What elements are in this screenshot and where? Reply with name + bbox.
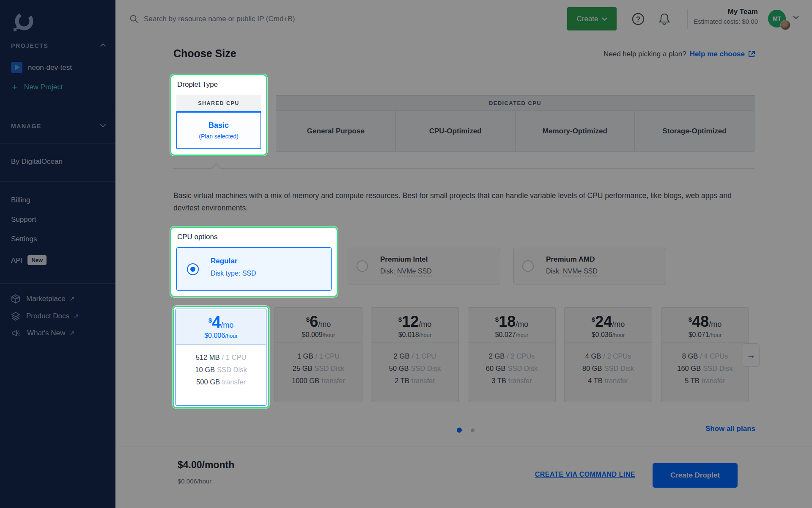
- search-icon: [129, 14, 139, 24]
- external-link-arrow-icon: ↗: [70, 295, 75, 303]
- external-link-icon: [748, 50, 755, 58]
- search-input[interactable]: Search by resource name or public IP (Cm…: [129, 0, 295, 38]
- plan-price: $6/mo $0.009/hour: [275, 308, 362, 342]
- help-me-choose-link[interactable]: Help me choose: [690, 50, 755, 58]
- plan-specs: 8 GB/ 4 CPUs 160 GBSSD Disk 5 TBtransfer: [661, 342, 749, 387]
- team-info[interactable]: My Team Estimated costs: $0.00: [694, 8, 758, 25]
- regular-disk-type: Disk type: SSD: [211, 270, 256, 277]
- sidebar-item-whats-new[interactable]: What's New ↗: [11, 329, 75, 337]
- radio-unselected-icon[interactable]: [357, 260, 368, 272]
- droplet-type-highlight: Droplet Type SHARED CPU Basic (Plan sele…: [170, 74, 267, 156]
- estimated-costs: Estimated costs: $0.00: [694, 18, 758, 25]
- question-mark-icon: ?: [631, 12, 645, 26]
- basic-plan-tab-selected[interactable]: Basic (Plan selected): [176, 111, 261, 149]
- cpu-option-regular-selected[interactable]: Regular Disk type: SSD: [176, 247, 332, 291]
- plus-icon: +: [12, 83, 17, 92]
- tab-general-purpose[interactable]: General Purpose: [276, 111, 396, 151]
- premium-intel-label: Premium Intel: [380, 255, 428, 264]
- sidebar-divider: [0, 144, 115, 144]
- plan-card-6[interactable]: $6/mo $0.009/hour 1 GB/ 1 CPU 25 GBSSD D…: [274, 307, 362, 402]
- plan-specs: 512 MB/ 1 CPU 10 GBSSD Disk 500 GBtransf…: [176, 345, 266, 388]
- help-prefix-text: Need help picking a plan?: [604, 50, 686, 58]
- premium-amd-disk: Disk: NVMe SSD: [546, 268, 598, 275]
- dedicated-cpu-tabs: General Purpose CPU-Optimized Memory-Opt…: [276, 111, 754, 152]
- radio-selected-icon[interactable]: [187, 263, 199, 275]
- cpu-option-premium-amd[interactable]: Premium AMD Disk: NVMe SSD: [513, 248, 666, 284]
- marketplace-label: Marketplace: [26, 295, 66, 303]
- plan-specs: 1 GB/ 1 CPU 25 GBSSD Disk 1000 GBtransfe…: [275, 342, 362, 387]
- help-picking-plan: Need help picking a plan? Help me choose: [604, 50, 755, 58]
- total-monthly-price: $4.00/month: [178, 459, 234, 471]
- bell-icon: [658, 13, 670, 25]
- pagination-dot[interactable]: [471, 428, 475, 432]
- docs-layers-icon: [11, 312, 20, 321]
- create-via-command-line-link[interactable]: CREATE VIA COMMAND LINE: [535, 471, 635, 478]
- digitalocean-create-droplet-page: PROJECTS neon-dev-test + New Project MAN…: [0, 0, 812, 508]
- radio-unselected-icon[interactable]: [522, 260, 534, 272]
- topbar-divider: [687, 9, 688, 29]
- sidebar-divider: [0, 283, 115, 284]
- sidebar-item-marketplace[interactable]: Marketplace ↗: [11, 294, 75, 304]
- project-name-label: neon-dev-test: [28, 64, 72, 72]
- plan-selected-label: (Plan selected): [199, 133, 238, 140]
- projects-collapse-chevron-up-icon[interactable]: [100, 43, 106, 47]
- create-button[interactable]: Create: [567, 7, 617, 30]
- plan-card-18[interactable]: $18/mo $0.027/hour 2 GB/ 2 CPUs 60 GBSSD…: [468, 307, 556, 402]
- plan-price: $12/mo $0.018/hour: [371, 308, 458, 342]
- notifications-button[interactable]: [657, 11, 672, 27]
- manage-section-header[interactable]: MANAGE: [11, 123, 41, 130]
- plan-specs: 4 GB/ 2 CPUs 80 GBSSD Disk 4 TBtransfer: [565, 342, 652, 387]
- dedicated-cpu-header: DEDICATED CPU: [276, 95, 754, 111]
- cpu-options-highlight: CPU options Regular Disk type: SSD: [170, 226, 338, 297]
- right-arrow-icon: →: [747, 350, 756, 360]
- svg-text:?: ?: [636, 15, 640, 23]
- tab-cpu-optimized[interactable]: CPU-Optimized: [396, 111, 516, 151]
- create-droplet-button[interactable]: Create Droplet: [653, 463, 738, 488]
- sidebar-item-support[interactable]: Support: [11, 215, 36, 224]
- next-plans-arrow-button[interactable]: →: [743, 343, 760, 367]
- avatar-initials: MT: [773, 15, 781, 22]
- sidebar-item-product-docs[interactable]: Product Docs ↗: [11, 312, 79, 321]
- plan-specs: 2 GB/ 2 CPUs 60 GBSSD Disk 3 TBtransfer: [468, 342, 555, 387]
- topbar: Search by resource name or public IP (Cm…: [115, 0, 812, 38]
- search-placeholder: Search by resource name or public IP (Cm…: [144, 15, 295, 23]
- premium-intel-disk: Disk: NVMe SSD: [380, 268, 432, 275]
- sidebar-item-api[interactable]: APINew: [11, 255, 47, 265]
- sidebar-item-billing[interactable]: Billing: [11, 196, 30, 204]
- plan-card-4-selected[interactable]: $4/mo $0.006/hour 512 MB/ 1 CPU 10 GBSSD…: [176, 309, 266, 406]
- user-photo-avatar: [780, 20, 790, 30]
- new-badge: New: [27, 255, 47, 265]
- sidebar: PROJECTS neon-dev-test + New Project MAN…: [0, 0, 115, 508]
- plan-price: $18/mo $0.027/hour: [468, 308, 555, 342]
- whats-new-label: What's New: [27, 329, 65, 337]
- section-divider-caret: [211, 163, 221, 173]
- plan-card-12[interactable]: $12/mo $0.018/hour 2 GB/ 1 CPU 50 GBSSD …: [371, 307, 459, 402]
- premium-amd-label: Premium AMD: [546, 255, 595, 264]
- basic-label: Basic: [208, 121, 229, 130]
- account-chevron-down-icon[interactable]: [793, 16, 799, 19]
- selected-plan-highlight: $4/mo $0.006/hour 512 MB/ 1 CPU 10 GBSSD…: [173, 306, 269, 409]
- sidebar-divider: [0, 109, 115, 109]
- sidebar-item-by-digitalocean[interactable]: By DigitalOcean: [11, 157, 63, 166]
- tab-memory-optimized[interactable]: Memory-Optimized: [516, 111, 635, 151]
- new-project-button[interactable]: + New Project: [12, 83, 63, 92]
- megaphone-icon: [11, 329, 21, 337]
- plan-price: $24/mo $0.036/hour: [565, 308, 652, 342]
- sidebar-item-project[interactable]: neon-dev-test: [11, 62, 72, 73]
- pagination-dot-active[interactable]: [457, 428, 462, 433]
- cpu-options-label: CPU options: [177, 233, 217, 241]
- plan-card-24[interactable]: $24/mo $0.036/hour 4 GB/ 2 CPUs 80 GBSSD…: [564, 307, 652, 402]
- cpu-option-premium-intel[interactable]: Premium Intel Disk: NVMe SSD: [348, 248, 500, 284]
- manage-expand-chevron-down-icon[interactable]: [100, 124, 106, 127]
- footer-bar: $4.00/month $0.006/hour CREATE VIA COMMA…: [115, 447, 812, 508]
- show-all-plans-link[interactable]: Show all plans: [705, 425, 755, 433]
- plan-card-48[interactable]: $48/mo $0.071/hour 8 GB/ 4 CPUs 160 GBSS…: [661, 307, 749, 402]
- page-title: Choose Size: [173, 47, 236, 60]
- regular-label: Regular: [211, 257, 237, 265]
- sidebar-item-settings[interactable]: Settings: [11, 235, 37, 243]
- digitalocean-logo-icon: [13, 11, 35, 33]
- droplet-type-label: Droplet Type: [177, 80, 218, 89]
- tab-storage-optimized[interactable]: Storage-Optimized: [635, 111, 754, 151]
- shared-cpu-tab[interactable]: SHARED CPU: [176, 95, 261, 111]
- help-button[interactable]: ?: [631, 11, 646, 27]
